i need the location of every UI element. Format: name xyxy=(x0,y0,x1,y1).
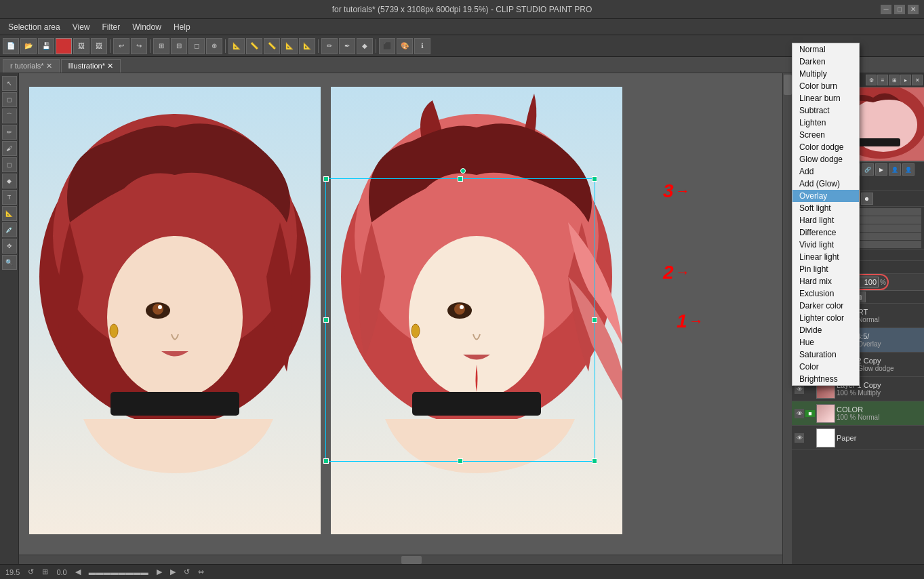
toolbar-color-wheel[interactable]: 🎨 xyxy=(397,38,413,54)
bmi-saturation[interactable]: Saturation xyxy=(792,348,859,361)
tool-erase[interactable]: ◻ xyxy=(2,157,17,172)
canvas-icon[interactable]: ⊞ xyxy=(42,567,48,576)
bmi-lighter-color[interactable]: Lighter color xyxy=(792,312,859,324)
bmi-color[interactable]: Color xyxy=(792,361,859,373)
window-controls[interactable]: ─ □ ✕ xyxy=(881,5,919,14)
menu-item-view[interactable]: View xyxy=(67,21,96,33)
toolbar-select[interactable]: ◻ xyxy=(188,38,205,54)
bmi-soft-light[interactable]: Soft light xyxy=(792,202,859,214)
nav-bar[interactable]: ▬▬▬▬▬▬▬▬ xyxy=(89,568,148,576)
bmi-linear-burn[interactable]: Linear burn xyxy=(792,92,859,104)
tool-move[interactable]: ✥ xyxy=(2,239,17,254)
maximize-button[interactable]: □ xyxy=(894,5,905,14)
bmi-vivid-light[interactable]: Vivid light xyxy=(792,239,859,251)
action-arrow-right[interactable]: ▶ xyxy=(875,163,887,176)
toolbar-fill[interactable]: ◆ xyxy=(357,38,373,54)
menu-item-selection[interactable]: Selection area xyxy=(3,21,66,33)
flip-icon[interactable]: ⇔ xyxy=(198,567,204,576)
toolbar-new[interactable]: 📄 xyxy=(3,38,19,54)
action-record[interactable]: ⏺ xyxy=(861,193,873,205)
toolbar-canvas-opts[interactable]: ⬛ xyxy=(379,38,395,54)
nav-right[interactable]: ▶ xyxy=(157,567,162,576)
bmi-multiply[interactable]: Multiply xyxy=(792,68,859,80)
nav-left[interactable]: ◀ xyxy=(75,567,81,576)
tool-lasso[interactable]: ⌒ xyxy=(2,108,17,123)
toolbar-grid[interactable]: ⊞ xyxy=(153,38,169,54)
tool-text[interactable]: T xyxy=(2,190,17,205)
tab-illustration[interactable]: Illustration* ✕ xyxy=(61,59,121,73)
toolbar-grid2[interactable]: ⊟ xyxy=(171,38,187,54)
tool-zoom[interactable]: 🔍 xyxy=(2,255,17,270)
toolbar-img[interactable]: 🖼 xyxy=(73,38,89,54)
layer-row-paper[interactable]: 👁 Paper xyxy=(792,426,924,450)
toolbar-undo[interactable]: ↩ xyxy=(113,38,129,54)
minimize-button[interactable]: ─ xyxy=(881,5,891,14)
toolbar-redo[interactable]: ↪ xyxy=(131,38,147,54)
toolbar-ruler3[interactable]: 📏 xyxy=(264,38,280,54)
bmi-exclusion[interactable]: Exclusion xyxy=(792,287,859,300)
tool-pen[interactable]: ✏ xyxy=(2,125,17,140)
toolbar-ruler2[interactable]: 📏 xyxy=(246,38,262,54)
toolbar-save[interactable]: 💾 xyxy=(38,38,54,54)
action-person2[interactable]: 👤 xyxy=(902,163,915,176)
tool-ruler[interactable]: 📐 xyxy=(2,206,17,221)
bmi-pin-light[interactable]: Pin light xyxy=(792,263,859,275)
bmi-color-dodge[interactable]: Color dodge xyxy=(792,141,859,153)
close-button[interactable]: ✕ xyxy=(908,5,919,14)
bmi-divide[interactable]: Divide xyxy=(792,324,859,336)
toolbar-color1[interactable] xyxy=(56,38,72,54)
toolbar-img2[interactable]: 🖼 xyxy=(91,38,107,54)
toolbar-ruler1[interactable]: 📐 xyxy=(228,38,245,54)
rotate-icon[interactable]: ↺ xyxy=(28,567,34,576)
bmi-hard-mix[interactable]: Hard mix xyxy=(792,275,859,287)
menu-item-window[interactable]: Window xyxy=(127,21,167,33)
vertical-scrollbar[interactable] xyxy=(782,73,792,564)
menu-item-filter[interactable]: Filter xyxy=(97,21,126,33)
bmi-glow-dodge[interactable]: Glow dodge xyxy=(792,153,859,165)
toolbar-ruler4[interactable]: 📐 xyxy=(281,38,298,54)
bmi-linear-light[interactable]: Linear light xyxy=(792,251,859,263)
toolbar-open[interactable]: 📂 xyxy=(20,38,37,54)
toolbar-info[interactable]: ℹ xyxy=(414,38,430,54)
rotate-handle[interactable] xyxy=(460,168,466,174)
layer-eye-paper[interactable]: 👁 xyxy=(795,433,804,443)
rotate-icon2[interactable]: ↺ xyxy=(184,567,190,576)
menu-item-help[interactable]: Help xyxy=(168,21,196,33)
layer-row-color[interactable]: 👁 ■ COLOR 100 % Normal xyxy=(792,401,924,426)
bmi-overlay[interactable]: Overlay xyxy=(792,190,859,202)
rp-btn-list[interactable]: ≡ xyxy=(877,75,888,85)
tab-tutorials[interactable]: r tutorials* ✕ xyxy=(3,59,60,73)
toolbar-pen2[interactable]: ✒ xyxy=(339,38,355,54)
tool-brush[interactable]: 🖌 xyxy=(2,141,17,156)
toolbar-ruler5[interactable]: 📐 xyxy=(299,38,315,54)
tool-select[interactable]: ◻ xyxy=(2,92,17,107)
bmi-difference[interactable]: Difference xyxy=(792,226,859,239)
bmi-darken[interactable]: Darken xyxy=(792,56,859,68)
bmi-darker-color[interactable]: Darker color xyxy=(792,300,859,312)
bmi-brightness[interactable]: Brightness xyxy=(792,373,859,385)
rp-btn-close[interactable]: ✕ xyxy=(912,75,923,85)
rp-btn-grid[interactable]: ⊞ xyxy=(889,75,900,85)
bmi-normal[interactable]: Normal xyxy=(792,43,859,56)
tool-arrow[interactable]: ↖ xyxy=(2,76,17,91)
bmi-screen[interactable]: Screen xyxy=(792,129,859,141)
bmi-color-burn[interactable]: Color burn xyxy=(792,80,859,92)
bmi-add[interactable]: Add xyxy=(792,165,859,178)
bmi-hue[interactable]: Hue xyxy=(792,336,859,348)
bmi-subtract[interactable]: Subtract xyxy=(792,104,859,117)
bmi-hard-light[interactable]: Hard light xyxy=(792,214,859,226)
toolbar-transform[interactable]: ⊕ xyxy=(206,38,222,54)
tool-eyedrop[interactable]: 💉 xyxy=(2,222,17,237)
rp-btn-search[interactable]: ⚙ xyxy=(866,75,877,85)
play-icon[interactable]: ▶ xyxy=(170,567,176,576)
tool-fill[interactable]: ◆ xyxy=(2,174,17,188)
blend-mode-dropdown[interactable]: Normal Darken Multiply Color burn Linear… xyxy=(792,43,860,386)
bmi-add-glow[interactable]: Add (Glow) xyxy=(792,178,859,190)
action-link[interactable]: 🔗 xyxy=(862,163,874,176)
toolbar-pen[interactable]: ✏ xyxy=(321,38,338,54)
horizontal-scrollbar[interactable] xyxy=(19,555,782,564)
bmi-lighten[interactable]: Lighten xyxy=(792,117,859,129)
action-person[interactable]: 👤 xyxy=(889,163,901,176)
layer-eye-color[interactable]: 👁 xyxy=(795,409,804,418)
rp-btn-arrow[interactable]: ▸ xyxy=(900,75,911,85)
